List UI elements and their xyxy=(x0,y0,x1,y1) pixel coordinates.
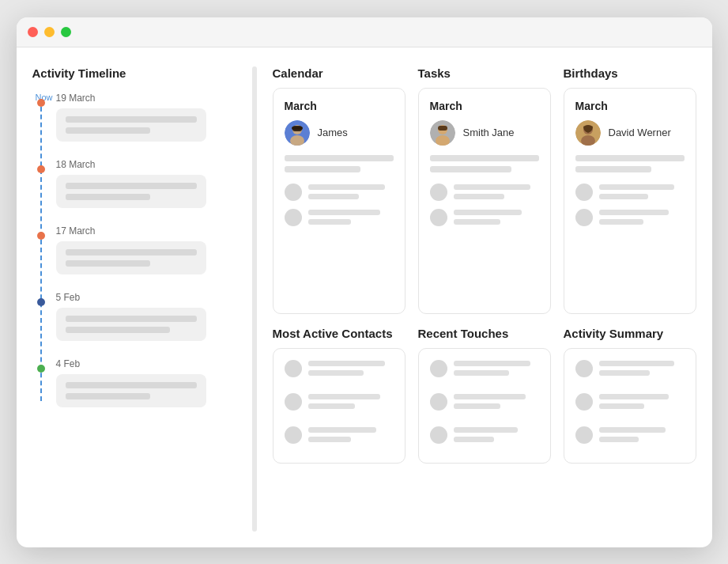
skeleton xyxy=(66,316,197,322)
recent-touches-panel xyxy=(418,348,551,464)
timeline-item: 4 Feb xyxy=(56,358,233,407)
skeleton xyxy=(454,210,522,215)
calendar-skeletons xyxy=(285,155,394,226)
skeleton xyxy=(599,403,644,409)
timeline-item: 18 March xyxy=(56,159,233,208)
skeleton-row xyxy=(430,209,539,226)
skeleton xyxy=(599,427,666,433)
calendar-panel: March James xyxy=(273,88,405,314)
skeleton xyxy=(454,403,500,409)
recent-touches-title: Recent Touches xyxy=(418,327,551,340)
skeleton xyxy=(430,155,539,161)
skeleton-circle xyxy=(285,360,302,377)
skeleton-circle xyxy=(575,426,593,444)
skeleton-circle xyxy=(575,184,593,201)
skeleton xyxy=(308,210,381,215)
calendar-title: Calendar xyxy=(273,66,405,80)
timeline-dot xyxy=(37,165,45,173)
timeline-date: 4 Feb xyxy=(56,358,233,369)
skeleton-circle xyxy=(430,184,447,201)
timeline-line xyxy=(40,99,42,401)
skeleton xyxy=(599,361,674,366)
skeleton xyxy=(308,370,364,376)
timeline-card xyxy=(56,308,206,341)
skeleton xyxy=(308,361,385,366)
skeleton xyxy=(308,403,355,409)
skeleton xyxy=(66,194,151,200)
skeleton-lines xyxy=(599,394,685,409)
skeleton-row xyxy=(575,209,685,226)
right-grid: Calendar March xyxy=(263,66,696,532)
tasks-person-name: Smith Jane xyxy=(463,127,515,138)
skeleton-circle xyxy=(285,209,302,226)
skeleton xyxy=(454,184,530,190)
timeline-section: Activity Timeline Now 19 March xyxy=(32,66,246,532)
svg-rect-4 xyxy=(292,127,303,130)
skeleton-lines xyxy=(454,427,539,442)
avatar xyxy=(575,120,601,146)
skeleton-row xyxy=(430,426,539,444)
skeleton xyxy=(66,183,197,189)
skeleton-row xyxy=(575,360,685,377)
most-active-title: Most Active Contacts xyxy=(273,327,405,340)
app-window: Activity Timeline Now 19 March xyxy=(17,17,712,547)
skeleton-lines xyxy=(308,394,394,409)
close-button[interactable] xyxy=(28,27,38,37)
section-divider xyxy=(252,66,257,532)
timeline-date: 5 Feb xyxy=(56,292,233,303)
most-active-rows xyxy=(285,360,394,452)
tasks-month: March xyxy=(430,100,539,112)
skeleton xyxy=(599,219,643,225)
avatar xyxy=(430,120,455,146)
maximize-button[interactable] xyxy=(61,27,71,37)
skeleton xyxy=(454,427,518,433)
skeleton xyxy=(308,184,385,190)
skeleton-lines xyxy=(454,210,539,225)
skeleton-lines xyxy=(454,361,539,376)
timeline-title: Activity Timeline xyxy=(32,66,233,80)
skeleton xyxy=(599,194,649,199)
timeline-card xyxy=(56,108,206,142)
skeleton xyxy=(575,166,652,172)
skeleton-circle xyxy=(285,426,302,444)
skeleton xyxy=(308,394,381,399)
skeleton xyxy=(285,166,361,172)
timeline-item: 19 March xyxy=(56,93,233,142)
tasks-title: Tasks xyxy=(418,66,551,80)
skeleton xyxy=(430,166,512,172)
skeleton-circle xyxy=(285,393,302,411)
skeleton xyxy=(308,219,351,225)
birthdays-person-name: David Werner xyxy=(609,127,671,138)
activity-summary-panel xyxy=(564,348,696,464)
birthdays-title: Birthdays xyxy=(564,66,696,80)
skeleton xyxy=(454,194,505,199)
birthdays-person: David Werner xyxy=(575,120,685,146)
skeleton-lines xyxy=(308,210,394,225)
skeleton xyxy=(66,382,197,388)
timeline-date: 17 March xyxy=(56,225,233,237)
tasks-group: Tasks March Smith Jane xyxy=(418,66,551,314)
timeline-item: 17 March xyxy=(56,225,233,274)
skeleton-row xyxy=(575,184,685,201)
skeleton-lines xyxy=(599,361,685,376)
skeleton-lines xyxy=(599,184,685,199)
skeleton xyxy=(454,394,526,399)
skeleton xyxy=(308,194,360,199)
skeleton xyxy=(66,260,151,267)
skeleton-lines xyxy=(308,184,394,199)
skeleton-row xyxy=(430,184,539,201)
calendar-person: James xyxy=(285,120,394,146)
skeleton-lines xyxy=(308,361,394,376)
skeleton xyxy=(599,184,674,190)
skeleton-circle xyxy=(430,360,447,377)
calendar-month: March xyxy=(285,100,394,112)
timeline-card xyxy=(56,374,206,407)
activity-summary-rows xyxy=(575,360,685,452)
tasks-skeletons xyxy=(430,155,539,226)
most-active-panel xyxy=(273,348,405,464)
timeline-dot xyxy=(37,298,45,306)
timeline-container: 19 March 18 March xyxy=(32,93,233,407)
minimize-button[interactable] xyxy=(44,27,55,37)
skeleton xyxy=(454,219,500,225)
skeleton-circle xyxy=(430,426,447,444)
